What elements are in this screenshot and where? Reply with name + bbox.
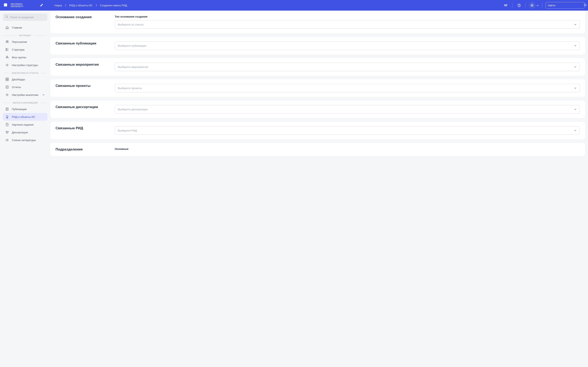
chevron-down-icon (574, 108, 577, 111)
chevron-down-icon (536, 4, 539, 7)
select-field[interactable]: Выберите диссертации (115, 105, 580, 114)
select-field[interactable]: Выберите РИД (115, 126, 580, 135)
svg-point-16 (6, 41, 7, 42)
card-body: Основные (115, 147, 580, 151)
sidebar-item[interactable]: Публикации (3, 105, 47, 113)
sidebar-item[interactable]: Настройки аналитики (3, 91, 47, 99)
sidebar-section-label: АНАЛИТИКА И ОТЧЕТЫ (12, 72, 38, 74)
search-icon (5, 15, 8, 19)
svg-point-44 (6, 139, 6, 140)
logo[interactable]: SECHENOV UNIVERSITY (3, 3, 24, 8)
chevron-down-icon (574, 87, 577, 90)
select-field[interactable]: Выберите мероприятия (115, 63, 580, 71)
sidebar-search[interactable] (3, 13, 47, 21)
search-icon (584, 3, 587, 7)
list-icon (5, 138, 9, 142)
select-placeholder: Выберите публикации (118, 44, 146, 47)
card-title: Подразделения (56, 147, 110, 151)
sidebar-item[interactable]: Персоналии (3, 38, 47, 46)
sidebar-item[interactable]: Научные издания (3, 121, 47, 128)
sidebar-item-label: Мои группы (12, 56, 26, 59)
sidebar-item-label: Настройки аналитики (12, 93, 38, 96)
sidebar: ГлавнаяИНТРАНЕТПерсоналииСтруктураМои гр… (0, 11, 50, 162)
sidebar-section: НАУКА И ИННОВАЦИИ (3, 99, 47, 105)
form-card: ПодразделенияОсновные (50, 143, 585, 156)
header: SECHENOV UNIVERSITY Наука РИД и объекты … (0, 0, 588, 11)
chevron-down-icon (42, 93, 45, 96)
sidebar-item[interactable]: Дашборды (3, 75, 47, 83)
chevron-down-icon (574, 44, 577, 47)
form-card: Связанные проектыВыберите проекты (50, 79, 585, 97)
chevron-down-icon (574, 23, 577, 26)
svg-rect-29 (7, 78, 9, 79)
sidebar-item-label: Диссертации (12, 131, 28, 134)
form-card: Связанные РИДВыберите РИД (50, 122, 585, 139)
card-title: Связанные публикации (56, 42, 110, 50)
home-icon (5, 26, 9, 29)
sidebar-item[interactable]: Диссертации (3, 128, 47, 136)
sidebar-item[interactable]: Главная (3, 24, 47, 31)
breadcrumb: Наука РИД и объекты ИС Создание нового Р… (54, 4, 127, 7)
book-icon (5, 107, 9, 111)
svg-point-11 (532, 5, 532, 6)
pin-icon[interactable] (40, 3, 43, 7)
award-icon (5, 115, 9, 119)
form-card: Основание созданияТип основания создания… (50, 11, 585, 33)
card-body: Выберите диссертации (115, 105, 580, 114)
svg-point-26 (8, 57, 8, 58)
avatar (529, 2, 535, 8)
svg-point-36 (7, 94, 8, 95)
sidebar-item-label: Списки литературы (12, 139, 36, 142)
sidebar-item[interactable]: Отчеты (3, 83, 47, 91)
sidebar-search-input[interactable] (10, 16, 45, 19)
svg-point-45 (6, 140, 6, 140)
sidebar-item[interactable]: РИД и объекты ИС (3, 113, 47, 121)
sidebar-item-label: Персоналии (12, 40, 27, 43)
card-body: Выберите проекты (115, 84, 580, 92)
select-placeholder: Выберите диссертации (118, 108, 148, 111)
dashboard-icon (5, 77, 9, 81)
svg-point-5 (506, 6, 506, 6)
breadcrumb-item-0[interactable]: Наука (54, 4, 62, 7)
select-field[interactable]: Выберите из списка (115, 20, 580, 29)
sidebar-section: АНАЛИТИКА И ОТЧЕТЫ (3, 69, 47, 75)
breadcrumb-item-1[interactable]: РИД и объекты ИС (69, 4, 93, 7)
card-body: Выберите РИД (115, 126, 580, 135)
sidebar-section-label: ИНТРАНЕТ (19, 34, 31, 37)
sidebar-item-label: Структура (12, 48, 25, 51)
svg-rect-30 (6, 80, 7, 81)
svg-point-6 (507, 4, 507, 5)
breadcrumb-item-2[interactable]: Создание нового РИД (100, 4, 127, 7)
svg-point-12 (584, 4, 586, 6)
select-placeholder: Выберите проекты (118, 87, 142, 90)
header-search-input[interactable] (548, 4, 582, 7)
sidebar-item[interactable]: Списки литературы (3, 136, 47, 144)
sidebar-item-label: Главная (12, 26, 22, 29)
settings-icon (5, 93, 9, 97)
user-menu[interactable] (529, 2, 539, 8)
sidebar-item[interactable]: Структура (3, 46, 47, 53)
sidebar-item[interactable]: Настройки структуры (3, 61, 47, 69)
svg-point-46 (6, 141, 6, 141)
svg-point-20 (6, 50, 7, 51)
select-field[interactable]: Выберите публикации (115, 42, 580, 50)
card-title: Связанные мероприятия (56, 63, 110, 71)
structure-icon (5, 48, 9, 51)
card-title: Основание создания (56, 15, 110, 29)
svg-line-15 (7, 17, 8, 18)
form-card: Связанные диссертацииВыберите диссертаци… (50, 100, 585, 118)
header-search[interactable] (545, 2, 585, 8)
help-icon[interactable] (516, 2, 522, 8)
sidebar-item-label: Научные издания (12, 123, 34, 126)
chevron-down-icon (574, 66, 577, 68)
sidebar-item-label: Дашборды (12, 78, 25, 81)
svg-point-8 (519, 6, 519, 6)
filters-icon[interactable] (502, 2, 509, 8)
sidebar-item[interactable]: Мои группы (3, 53, 47, 61)
svg-point-27 (7, 65, 8, 66)
sidebar-item-label: РИД и объекты ИС (12, 115, 35, 118)
settings-icon (5, 63, 9, 67)
card-title: Связанные РИД (56, 126, 110, 135)
reports-icon (5, 85, 9, 89)
select-field[interactable]: Выберите проекты (115, 84, 580, 92)
